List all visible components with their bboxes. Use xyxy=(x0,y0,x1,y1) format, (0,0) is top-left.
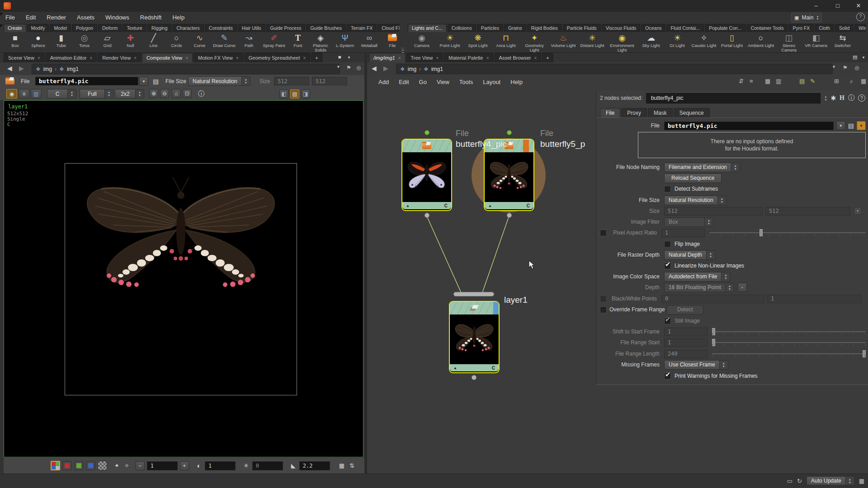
desktop-selector[interactable]: ▣ Main ▲▼ xyxy=(791,13,822,23)
shelf-tab-hair-utils[interactable]: Hair Utils xyxy=(238,24,265,32)
still-image-checkbox[interactable]: ✔ xyxy=(664,318,671,324)
gear-icon[interactable]: ✱ xyxy=(830,94,836,102)
shelf-tab-cloth[interactable]: Cloth xyxy=(815,24,834,32)
net-menu-add[interactable]: Add xyxy=(373,79,394,85)
thumbnail-icon[interactable]: ▥ xyxy=(776,78,781,84)
close-button[interactable]: ✕ xyxy=(852,1,865,10)
pin-icon[interactable]: ⚑ xyxy=(843,65,848,71)
layout-button[interactable]: ▤ xyxy=(290,89,299,99)
pane-expand-handle[interactable] xyxy=(0,13,3,16)
pane-split-icon[interactable]: ■ xyxy=(338,54,341,60)
resolution-dropdown[interactable]: Full ▲▼ xyxy=(80,89,113,99)
tab-geometry-spreadsheet[interactable]: Geometry Spreadsheet× xyxy=(244,53,311,62)
green-channel-button[interactable] xyxy=(74,461,84,470)
update-mode-dropdown[interactable]: Auto Update ▲▼ xyxy=(807,476,854,485)
tool-null[interactable]: ✚Null xyxy=(119,32,142,52)
shelf-tab-rigid-bodies[interactable]: Rigid Bodies xyxy=(527,24,562,32)
shelf-tab-rigging[interactable]: Rigging xyxy=(147,24,172,32)
path-history-dropdown-icon[interactable]: ▼ xyxy=(832,65,836,69)
close-icon[interactable]: × xyxy=(486,56,489,61)
contrast-field[interactable]: 1 xyxy=(205,461,236,470)
shelf-tab-grains[interactable]: Grains xyxy=(504,24,526,32)
file-range-start-field[interactable]: 1 xyxy=(664,338,708,347)
size-width-field[interactable]: 512 xyxy=(664,207,763,216)
pin-icon[interactable]: ⚑ xyxy=(346,65,351,71)
menu-assets[interactable]: Assets xyxy=(71,14,100,21)
radial-menu-icon[interactable]: ◎ xyxy=(854,65,859,71)
close-icon[interactable]: × xyxy=(303,56,306,61)
shelf-tab-model[interactable]: Model xyxy=(50,24,71,32)
tool-area-light[interactable]: ⊓Area Light xyxy=(492,32,520,52)
path-history-dropdown-icon[interactable]: ▼ xyxy=(336,65,340,69)
tool-spray-paint[interactable]: ✐Spray Paint xyxy=(260,32,288,52)
composite-viewport[interactable]: layer1 512x512 Single C xyxy=(4,100,363,457)
wire-style-icon[interactable]: ⇵ xyxy=(739,78,744,84)
spinner[interactable]: ▲▼ xyxy=(135,89,144,98)
reload-sequence-button[interactable]: Reload Sequence xyxy=(664,174,722,183)
tool-geometry-light[interactable]: ✦Geometry Light xyxy=(520,32,549,52)
shelf-tab-wires[interactable]: Wires xyxy=(854,24,866,32)
file-chooser-icon[interactable]: ▤ xyxy=(153,78,159,85)
radial-menu-icon[interactable]: ◎ xyxy=(356,65,361,71)
shelf-tab-viscous-fluids[interactable]: Viscous Fluids xyxy=(602,24,641,32)
tool-sphere[interactable]: ●Sphere xyxy=(27,32,50,52)
size-lock-dropdown-icon[interactable]: ▼ xyxy=(854,207,861,215)
file-size-dropdown[interactable]: Natural Resolution ▲▼ xyxy=(188,76,250,86)
overview-icon[interactable]: ▦ xyxy=(861,78,866,84)
node-spinner[interactable]: ▲▼ xyxy=(824,95,827,101)
spinner[interactable]: ▲▼ xyxy=(241,77,250,85)
tool-camera[interactable]: ◉Camera xyxy=(408,32,436,52)
split-view-button2[interactable]: ◨ xyxy=(301,89,310,99)
shelf-tab-fluid-containers[interactable]: Fluid Contai... xyxy=(666,24,704,32)
node-name-field[interactable]: butterfly4_pic xyxy=(646,93,821,103)
red-channel-button[interactable] xyxy=(62,461,72,470)
tool-box[interactable]: ■Box xyxy=(4,32,27,52)
shelf-tab-create[interactable]: Create xyxy=(4,24,26,32)
list-mode-icon[interactable]: ≡ xyxy=(750,78,753,84)
zoom-in-icon[interactable]: ⊕ xyxy=(149,89,158,98)
tool-environment-light[interactable]: ◉Environment Light xyxy=(607,32,637,52)
shelf-tab-polygon[interactable]: Polygon xyxy=(72,24,97,32)
tool-torus[interactable]: ◎Torus xyxy=(73,32,96,52)
status-indicator-icon[interactable]: ? xyxy=(856,13,865,21)
snap-grid-icon[interactable]: ⊞ xyxy=(834,78,839,84)
spinner[interactable]: ▲▼ xyxy=(104,89,113,98)
forward-icon[interactable]: ▶ xyxy=(383,65,388,72)
help-icon[interactable]: ? xyxy=(858,94,865,102)
rgba-channels-button[interactable] xyxy=(51,461,60,470)
pane-expand-handle[interactable] xyxy=(0,24,3,28)
tab-render-view[interactable]: Render View× xyxy=(98,53,141,62)
tab-asset-browser[interactable]: Asset Browser× xyxy=(495,53,542,62)
tool-ambient-light[interactable]: ○Ambient Light xyxy=(746,32,776,52)
node-output-dot[interactable] xyxy=(472,375,476,380)
tool-stereo-camera[interactable]: ◫Stereo Camera xyxy=(776,32,802,52)
tool-metaball[interactable]: ∞Metaball xyxy=(357,32,382,52)
new-tab-button[interactable]: + xyxy=(311,53,322,62)
shelf-tab-modify[interactable]: Modify xyxy=(27,24,49,32)
lut-icon[interactable]: ▦ xyxy=(338,462,346,469)
file-node-naming-dropdown[interactable]: Filename and Extension▲▼ xyxy=(664,163,740,172)
file-dropdown-button[interactable]: ▼ xyxy=(139,77,148,86)
memory-icon[interactable]: ▦ xyxy=(859,478,864,484)
close-icon[interactable]: × xyxy=(134,56,137,61)
exposure-decrease-button[interactable]: − xyxy=(136,461,145,470)
shelf-tab-terrain-fx[interactable]: Terrain FX xyxy=(347,24,377,32)
tab-composite-view[interactable]: Composite View× xyxy=(142,53,193,62)
node-output-dot[interactable] xyxy=(507,130,512,135)
houdini-engine-icon[interactable]: H xyxy=(840,94,844,102)
tool-distant-light[interactable]: ✳Distant Light xyxy=(578,32,607,52)
minimize-button[interactable]: – xyxy=(809,1,823,10)
image-filter-dropdown[interactable]: Box▲▼ xyxy=(664,217,713,227)
node-output-dot[interactable] xyxy=(425,213,429,218)
shelf-tab-deform[interactable]: Deform xyxy=(98,24,122,32)
tab-img-img1[interactable]: /img/img1× xyxy=(369,53,406,62)
param-tab-sequence[interactable]: Sequence xyxy=(674,108,710,117)
pixel-aspect-slider[interactable] xyxy=(709,228,866,237)
shelf-tab-lights[interactable]: Lights and C... xyxy=(408,24,447,32)
exposure-field[interactable]: 1 xyxy=(147,461,178,470)
net-menu-tools[interactable]: Tools xyxy=(454,79,478,85)
shelf-tab-solid[interactable]: Solid xyxy=(835,24,854,32)
notes-icon[interactable]: ▤ xyxy=(799,78,805,84)
close-icon[interactable]: × xyxy=(534,56,537,61)
size-height-field[interactable]: 512 xyxy=(312,77,347,85)
